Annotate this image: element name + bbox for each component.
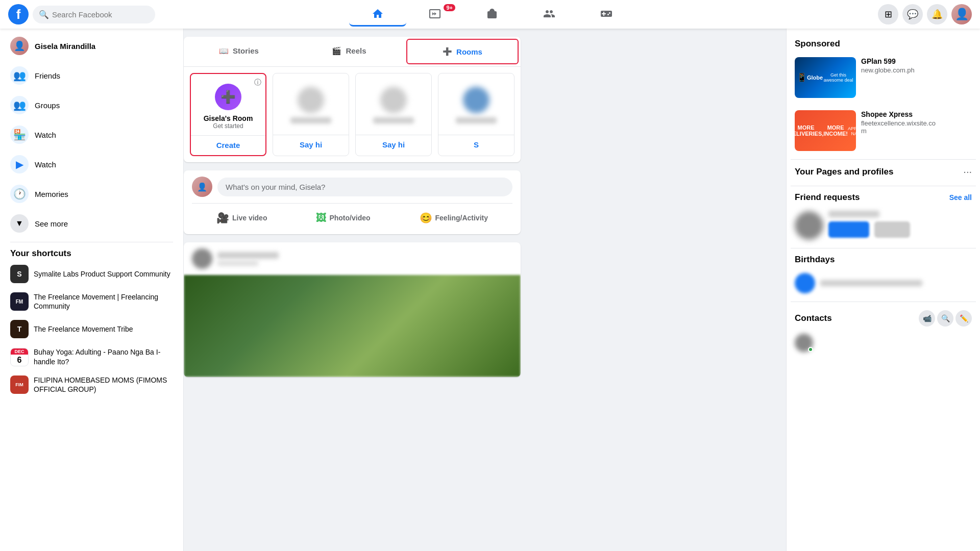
nav-gaming-btn[interactable] (578, 2, 635, 27)
room-top-3 (356, 73, 431, 135)
search-input[interactable] (52, 10, 149, 19)
contacts-icons: 📹 🔍 ✏️ (919, 310, 972, 327)
sidebar-item-marketplace-label: Watch (35, 131, 56, 139)
stories-icon: 📖 (219, 46, 229, 56)
shortcut-filipina-label: FILIPINA HOMEBASED MOMS (FIMOMS OFFICIAL… (34, 375, 173, 394)
contacts-video-btn[interactable]: 📹 (919, 310, 935, 327)
sidebar-item-groups[interactable]: 👥 Groups (4, 91, 179, 119)
room-bottom-3: Say hi (356, 135, 431, 155)
tab-rooms[interactable]: ➕ Rooms (406, 39, 519, 64)
stories-rooms-card: 📖 Stories 🎬 Reels ➕ Rooms ⓘ ➕ (184, 37, 521, 162)
feeling-activity-btn[interactable]: 😊 Feeling/Activity (411, 208, 496, 228)
birthday-text (820, 280, 922, 286)
right-divider-4 (791, 302, 976, 302)
room-name-blur-3 (373, 117, 414, 123)
shortcut-filipina[interactable]: FIM FILIPINA HOMEBASED MOMS (FIMOMS OFFI… (4, 371, 179, 398)
user-avatar-btn[interactable]: 👤 (951, 4, 972, 24)
live-icon: 🎥 (216, 212, 229, 224)
nav-watch-btn[interactable]: 9+ (406, 2, 463, 27)
notifications-btn[interactable]: 🔔 (927, 4, 947, 24)
sidebar-item-friends[interactable]: 👥 Friends (4, 61, 179, 90)
friend-requests-title: Friend requests (795, 192, 860, 203)
nav-home-btn[interactable] (349, 2, 406, 27)
nav-marketplace-btn[interactable] (463, 2, 521, 27)
tab-reels[interactable]: 🎬 Reels (294, 37, 404, 66)
room-name-blur-4 (456, 117, 497, 123)
room-card-4[interactable]: S (438, 73, 514, 156)
friend-actions (828, 221, 972, 240)
sidebar-item-watch[interactable]: ▶ Watch (4, 150, 179, 179)
messenger-btn[interactable]: 💬 (902, 4, 923, 24)
right-sidebar: Sponsored 📱 Globe Get this awesome deal … (786, 29, 980, 551)
sidebar-item-memories[interactable]: 🕐 Memories (4, 180, 179, 208)
sponsored-gplan[interactable]: 📱 Globe Get this awesome deal GPlan 599 … (791, 53, 976, 102)
shopee-title: Shopee Xpress (861, 110, 972, 118)
room-card-3[interactable]: Say hi (355, 73, 432, 156)
post-composer: 👤 What's on your mind, Gisela? 🎥 Live vi… (184, 170, 521, 234)
shortcut-symalite-thumb: S (10, 265, 29, 283)
sponsored-shopee[interactable]: MORE DELIVERIES, MORE INCOME! APPLY NA! … (791, 106, 976, 155)
say-hi-btn-4[interactable]: S (474, 140, 479, 149)
right-divider-1 (791, 159, 976, 160)
shortcut-freelance-movement-thumb: FM (10, 292, 29, 311)
contacts-search-btn[interactable]: 🔍 (937, 310, 953, 327)
top-navigation: f 🔍 9+ ⊞ 💬 🔔 👤 (0, 0, 980, 29)
nav-left: f 🔍 (8, 4, 155, 24)
gisela-room-sub: Get started (213, 122, 243, 130)
gplan-url: new.globe.com.ph (861, 66, 972, 74)
say-hi-btn-3[interactable]: Say hi (382, 140, 405, 149)
friend-confirm-btn[interactable] (828, 221, 869, 238)
friend-delete-btn[interactable] (874, 221, 910, 238)
sidebar-item-see-more[interactable]: ▼ See more (4, 209, 179, 238)
shortcut-freelance-tribe[interactable]: T The Freelance Movement Tribe (4, 316, 179, 342)
sidebar-item-marketplace[interactable]: 🏪 Watch (4, 120, 179, 149)
photo-video-btn[interactable]: 🖼 Photo/video (308, 208, 378, 228)
friend-avatar (795, 211, 823, 240)
friend-requests-header: Friend requests See all (791, 190, 976, 207)
feeling-icon: 😊 (420, 212, 432, 224)
birthday-item (791, 269, 976, 297)
pages-more-btn[interactable]: ··· (963, 166, 972, 178)
gisela-room-top: ⓘ ➕ Gisela's Room Get started (191, 74, 265, 135)
friends-icon: 👥 (10, 66, 29, 85)
room-card-2[interactable]: Say hi (273, 73, 349, 156)
live-label: Live video (232, 214, 267, 222)
say-hi-btn-2[interactable]: Say hi (300, 140, 322, 149)
gisela-room-card[interactable]: ⓘ ➕ Gisela's Room Get started Create (190, 73, 266, 156)
contacts-header: Contacts 📹 🔍 ✏️ (791, 306, 976, 331)
shortcut-freelance-movement[interactable]: FM The Freelance Movement | Freelancing … (4, 288, 179, 315)
search-box[interactable]: 🔍 (33, 6, 155, 23)
gplan-info: GPlan 599 new.globe.com.ph (861, 57, 972, 98)
shortcut-filipina-thumb: FIM (10, 375, 29, 394)
shortcut-buhay-yoga[interactable]: DEC 6 Buhay Yoga: Adulting - Paano Nga B… (4, 343, 179, 370)
live-video-btn[interactable]: 🎥 Live video (208, 208, 275, 228)
shopee-url: fleetexcellence.wixsite.co (861, 119, 972, 127)
shortcut-freelance-tribe-thumb: T (10, 320, 29, 338)
contact-item-1[interactable] (791, 331, 976, 355)
gisela-room-bottom: Create (191, 135, 265, 155)
shortcut-symalite[interactable]: S Symalite Labs Product Support Communit… (4, 261, 179, 287)
tab-stories[interactable]: 📖 Stories (184, 37, 294, 66)
sidebar-item-watch-label: Watch (35, 160, 56, 169)
facebook-logo[interactable]: f (8, 4, 29, 24)
contacts-title: Contacts (795, 313, 832, 323)
composer-input[interactable]: What's on your mind, Gisela? (217, 178, 512, 196)
reels-label: Reels (346, 46, 366, 55)
right-divider-2 (791, 186, 976, 186)
left-sidebar: 👤 Gisela Mirandilla 👥 Friends 👥 Groups 🏪… (0, 29, 184, 551)
composer-actions: 🎥 Live video 🖼 Photo/video 😊 Feeling/Act… (192, 208, 512, 228)
photo-label: Photo/video (329, 214, 370, 222)
post-card-1 (184, 242, 521, 377)
grid-menu-btn[interactable]: ⊞ (878, 4, 898, 24)
gplan-title: GPlan 599 (861, 57, 972, 65)
create-room-btn[interactable]: Create (216, 141, 240, 149)
nav-center: 9+ (155, 2, 829, 27)
contacts-edit-btn[interactable]: ✏️ (955, 310, 972, 327)
sidebar-item-memories-label: Memories (35, 190, 68, 198)
shortcuts-title: Your shortcuts (4, 246, 179, 261)
room-avatar-blur-3 (380, 87, 407, 113)
nav-groups-btn[interactable] (521, 2, 578, 27)
see-all-friend-requests[interactable]: See all (949, 193, 972, 202)
sidebar-user-profile[interactable]: 👤 Gisela Mirandilla (4, 33, 179, 59)
room-info-icon[interactable]: ⓘ (254, 78, 261, 87)
